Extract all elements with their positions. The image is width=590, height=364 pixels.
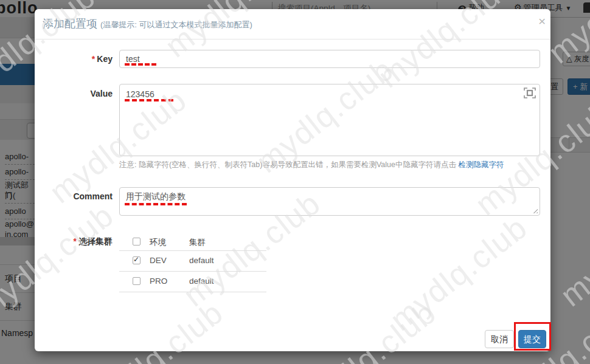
env-value: DEV <box>150 256 167 265</box>
modal-header: 添加配置项 (温馨提示: 可以通过文本模式批量添加配置) × <box>35 9 550 39</box>
resize-handle[interactable] <box>532 207 538 213</box>
key-label-text: Key <box>97 54 113 64</box>
pro-checkbox[interactable] <box>133 277 141 285</box>
value-label: Value <box>35 89 113 98</box>
cluster-label-text: 选择集群 <box>78 236 113 246</box>
value-label-text: Value <box>90 89 113 98</box>
annotation-underline-value <box>125 99 173 101</box>
comment-text: 用于测试的参数 <box>126 191 186 201</box>
env-value: PRO <box>150 276 167 286</box>
cluster-table-header-row: 环境 集群 <box>119 233 266 251</box>
fullscreen-expand-icon[interactable] <box>523 87 536 99</box>
annotation-underline-key <box>125 63 156 66</box>
cluster-row-pro[interactable]: PRO default <box>119 272 266 292</box>
add-config-modal: 添加配置项 (温馨提示: 可以通过文本模式批量添加配置) × *Key test… <box>35 9 550 351</box>
detect-hidden-char-link[interactable]: 检测隐藏字符 <box>458 160 504 169</box>
key-label: *Key <box>35 54 113 64</box>
annotation-highlight-box <box>514 322 551 351</box>
cancel-button[interactable]: 取消 <box>485 330 514 348</box>
select-all-checkbox[interactable] <box>133 238 141 246</box>
cluster-value: default <box>189 276 214 286</box>
cluster-table: 环境 集群 DEV default PRO default <box>119 233 266 292</box>
comment-label-text: Comment <box>73 191 113 201</box>
comment-label: Comment <box>35 191 113 201</box>
note-text: 注意: 隐藏字符(空格、换行符、制表符Tab)容易导致配置出错，如果需要检测Va… <box>119 160 458 169</box>
cluster-label: *选择集群 <box>35 236 113 247</box>
dev-checkbox[interactable] <box>133 256 141 264</box>
required-asterisk: * <box>74 236 77 246</box>
modal-title-hint: (温馨提示: 可以通过文本模式批量添加配置) <box>100 20 252 29</box>
cluster-header: 集群 <box>189 237 206 248</box>
modal-title: 添加配置项 (温馨提示: 可以通过文本模式批量添加配置) <box>43 16 252 31</box>
required-asterisk: * <box>92 54 95 64</box>
comment-textarea[interactable]: 用于测试的参数 <box>119 187 540 216</box>
annotation-underline-comment <box>125 203 187 205</box>
value-textarea[interactable]: 123456 <box>119 84 540 156</box>
close-icon[interactable]: × <box>538 15 546 27</box>
key-input[interactable]: test <box>119 50 540 68</box>
env-header: 环境 <box>150 237 166 248</box>
hidden-char-note: 注意: 隐藏字符(空格、换行符、制表符Tab)容易导致配置出错，如果需要检测Va… <box>119 160 504 170</box>
modal-title-text: 添加配置项 <box>43 18 97 30</box>
cluster-value: default <box>189 256 214 265</box>
cluster-row-dev[interactable]: DEV default <box>119 251 266 272</box>
